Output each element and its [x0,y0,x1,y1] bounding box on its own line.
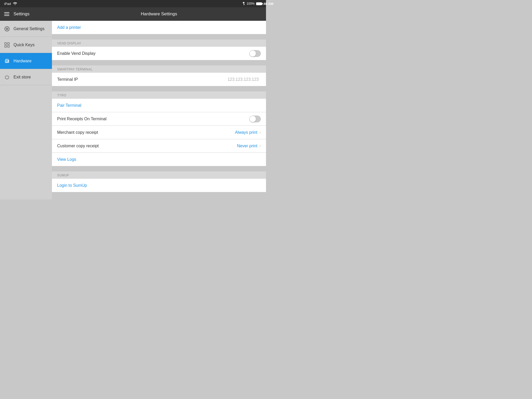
merchant-copy-chevron: › [260,130,261,135]
add-printer-row[interactable]: Add a printer [52,21,266,34]
terminal-ip-value: 123.123.123.123 [158,77,259,82]
svg-rect-11 [8,43,9,44]
ipad-label: iPad [4,2,11,6]
smartpay-section-header: SMARTPAY TERMINAL [52,65,266,73]
sidebar-item-exit-store-label: Exit store [14,75,31,79]
print-receipts-label: Print Receipts On Terminal [57,117,249,121]
terminal-ip-label: Terminal IP [57,77,158,82]
sidebar: General Settings Quick Keys [0,21,52,200]
merchant-copy-value: Always print [235,130,257,135]
grid-icon [4,42,10,48]
login-sumup-label: Login to SumUp [57,183,87,188]
merchant-copy-row[interactable]: Merchant copy receipt Always print › [52,126,266,139]
header-main-area: Hardware Settings [52,11,266,17]
pair-terminal-label: Pair Terminal [57,103,81,108]
sidebar-item-quick-keys[interactable]: Quick Keys [0,37,52,53]
sumup-section-header: SUMUP [52,171,266,179]
sidebar-item-general-settings[interactable]: General Settings [0,21,52,37]
status-left: iPad [4,2,17,6]
main-layout: General Settings Quick Keys [0,21,266,200]
header-main-title: Hardware Settings [141,11,177,17]
terminal-ip-row[interactable]: Terminal IP 123.123.123.123 [52,73,266,86]
spacer-3 [52,86,266,91]
svg-rect-13 [8,45,9,47]
battery-icon [256,2,262,5]
wifi-icon [13,2,17,6]
content-area: Add a printer VEND DISPLAY Enable Vend D… [52,21,266,200]
header-sidebar-area: Settings [0,11,52,17]
enable-vend-display-row[interactable]: Enable Vend Display [52,47,266,60]
header-sidebar-title: Settings [14,11,29,17]
vend-display-section-header: VEND DISPLAY [52,39,266,47]
battery-percent: 100% [247,2,255,5]
svg-point-16 [8,61,9,61]
header-bar: Settings Hardware Settings [0,7,266,21]
customer-copy-value: Never print [237,144,257,148]
spacer-2 [52,60,266,65]
customer-copy-label: Customer copy receipt [57,144,237,148]
sidebar-item-exit-store[interactable]: Exit store [0,69,52,85]
pair-terminal-row[interactable]: Pair Terminal [52,99,266,112]
view-logs-row[interactable]: View Logs [52,153,266,166]
add-printer-label: Add a printer [57,25,81,30]
enable-vend-display-toggle[interactable] [249,50,261,57]
sidebar-item-quick-keys-label: Quick Keys [14,43,35,47]
printer-icon [4,58,10,64]
spacer-4 [52,166,266,171]
view-logs-label: View Logs [57,157,76,162]
sidebar-item-hardware-label: Hardware [14,59,31,63]
svg-rect-15 [6,61,8,62]
print-receipts-toggle[interactable] [249,116,261,122]
svg-rect-12 [5,45,6,47]
merchant-copy-label: Merchant copy receipt [57,130,235,135]
hamburger-icon[interactable] [4,12,9,16]
bluetooth-icon [242,2,245,6]
spacer-1 [52,34,266,39]
enable-vend-display-label: Enable Vend Display [57,51,249,56]
sidebar-item-general-settings-label: General Settings [14,26,44,31]
login-sumup-row[interactable]: Login to SumUp [52,179,266,192]
power-icon [4,74,10,80]
tyro-section-header: TYRO [52,91,266,99]
gear-icon [4,26,10,32]
print-receipts-row[interactable]: Print Receipts On Terminal [52,112,266,126]
svg-rect-10 [5,43,6,44]
status-bar: iPad 10:40 AM 100% [0,0,266,7]
customer-copy-row[interactable]: Customer copy receipt Never print › [52,139,266,153]
customer-copy-chevron: › [260,144,261,148]
sidebar-item-hardware[interactable]: Hardware [0,53,52,69]
